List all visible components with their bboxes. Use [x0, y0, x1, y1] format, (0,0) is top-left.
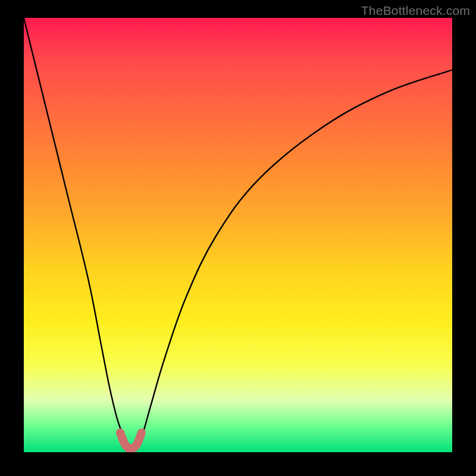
plot-area — [24, 18, 452, 452]
valley-highlight — [120, 433, 142, 448]
watermark-label: TheBottleneck.com — [361, 4, 470, 18]
chart-frame: TheBottleneck.com — [0, 0, 476, 476]
bottleneck-curve — [24, 18, 452, 449]
curve-layer — [24, 18, 452, 452]
